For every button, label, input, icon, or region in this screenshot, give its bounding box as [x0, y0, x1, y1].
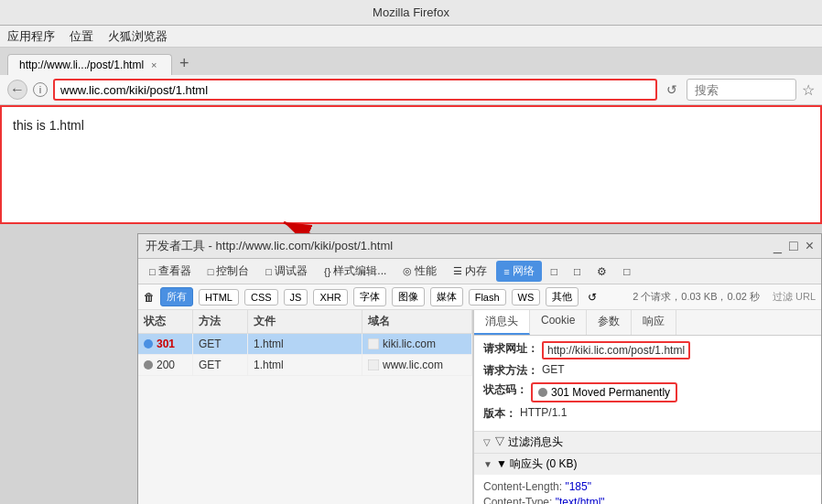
title-bar: Mozilla Firefox — [0, 0, 822, 26]
detail-tabs: 消息头 Cookie 参数 响应 — [474, 310, 821, 336]
inspector-icon: □ — [149, 266, 156, 277]
cell-status-200: 200 — [138, 355, 193, 375]
version-row: 版本： HTTP/1.1 — [483, 406, 812, 422]
response-expand-arrow: ▼ — [483, 459, 492, 469]
tab-network-label: 网络 — [513, 263, 535, 279]
table-headers: 状态 方法 文件 域名 — [138, 310, 472, 334]
filter-font[interactable]: 字体 — [353, 287, 386, 306]
cell-method-200: GET — [193, 355, 248, 375]
filter-refresh[interactable]: ↺ — [588, 291, 597, 304]
tab-debugger[interactable]: □ 调试器 — [258, 261, 315, 282]
table-row[interactable]: 200 GET 1.html www.lic.com — [138, 355, 472, 376]
devtools-title: 开发者工具 - http://www.lic.com/kiki/post/1.h… — [146, 238, 393, 254]
response-headers-content: Content-Length: "185" Content-Type: "tex… — [474, 475, 821, 504]
tab-inspector[interactable]: □ 查看器 — [142, 261, 199, 282]
status-indicator — [144, 360, 153, 370]
trash-button[interactable]: 🗑 — [144, 291, 155, 304]
status-code-box: 301 Moved Permanently — [531, 382, 677, 402]
filter-all[interactable]: 所有 — [160, 287, 193, 306]
svg-rect-2 — [368, 338, 379, 349]
console-icon: □ — [208, 266, 214, 277]
tab-extra1[interactable]: □ — [544, 263, 565, 281]
detail-tab-params[interactable]: 参数 — [587, 310, 632, 335]
header-status: 状态 — [138, 310, 193, 333]
menu-apps[interactable]: 应用程序 — [7, 28, 55, 45]
filter-header-section[interactable]: ▽ ▽ 过滤消息头 — [474, 431, 821, 453]
tab-settings[interactable]: ⚙ — [589, 263, 614, 281]
header-file: 文件 — [248, 310, 362, 333]
tab-console-label: 控制台 — [216, 263, 249, 279]
resp-key-1: Content-Type: — [483, 496, 552, 504]
filter-html[interactable]: HTML — [199, 289, 239, 306]
filter-media[interactable]: 媒体 — [430, 287, 463, 306]
status-code-row: 状态码： 301 Moved Permanently — [483, 382, 812, 402]
domain-favicon — [368, 359, 379, 370]
search-input[interactable] — [687, 79, 796, 101]
devtools-maximize[interactable]: □ — [789, 238, 798, 254]
tab-performance[interactable]: ◎ 性能 — [395, 261, 444, 282]
debugger-icon: □ — [265, 266, 272, 277]
tab-memory[interactable]: ☰ 内存 — [446, 261, 494, 282]
detail-tab-response[interactable]: 响应 — [632, 310, 676, 335]
status-value: 301 — [157, 338, 175, 350]
resp-row-0: Content-Length: "185" — [483, 480, 812, 493]
version-label: 版本： — [483, 406, 516, 422]
cell-domain-200: www.lic.com — [362, 355, 472, 375]
filter-bar: 🗑 所有 HTML CSS JS XHR 字体 图像 媒体 Flash WS 其… — [138, 284, 821, 310]
bookmark-button[interactable]: ☆ — [802, 81, 815, 99]
filter-ws[interactable]: WS — [512, 289, 541, 306]
request-method-label: 请求方法： — [483, 363, 538, 379]
tab-inspector-label: 查看器 — [158, 263, 191, 279]
table-row[interactable]: 301 GET 1.html kiki.lic.com — [138, 334, 472, 355]
cell-domain-301: kiki.lic.com — [362, 334, 472, 354]
browser-tab[interactable]: http://www.li.../post/1.html × — [7, 54, 172, 75]
devtools-titlebar: 开发者工具 - http://www.lic.com/kiki/post/1.h… — [138, 234, 821, 259]
tab-label: http://www.li.../post/1.html — [19, 59, 144, 71]
tab-extra3[interactable]: □ — [616, 263, 637, 281]
new-tab-button[interactable]: + — [179, 55, 189, 75]
url-input[interactable] — [53, 79, 657, 101]
tab-network[interactable]: ≡ 网络 — [496, 261, 541, 282]
detail-tab-headers[interactable]: 消息头 — [474, 310, 530, 335]
info-icon[interactable]: i — [33, 82, 48, 97]
tab-debugger-label: 调试器 — [275, 263, 308, 279]
detail-panel: 消息头 Cookie 参数 响应 请求网址： http://kiki.lic.c… — [473, 310, 821, 504]
spacer — [0, 224, 822, 233]
refresh-button[interactable]: ↺ — [663, 80, 681, 99]
window-title: Mozilla Firefox — [373, 5, 449, 19]
url-bar: ← i ↺ ☆ — [0, 75, 822, 105]
devtools-close[interactable]: × — [806, 238, 814, 254]
resp-val-1: "text/html" — [556, 496, 605, 504]
memory-icon: ☰ — [453, 265, 462, 277]
cell-method-301: GET — [193, 334, 248, 354]
response-header-section[interactable]: ▼ ▼ 响应头 (0 KB) — [474, 453, 821, 475]
cell-status-301: 301 — [138, 334, 193, 354]
detail-tab-cookies[interactable]: Cookie — [530, 310, 587, 335]
filter-js[interactable]: JS — [284, 289, 308, 306]
devtools-tabs: □ 查看器 □ 控制台 □ 调试器 {} 样式编辑... ◎ 性能 ☰ 内存 ≡… — [138, 259, 821, 284]
menu-location[interactable]: 位置 — [70, 28, 93, 45]
devtools-minimize[interactable]: _ — [773, 238, 782, 254]
perf-icon: ◎ — [403, 265, 412, 277]
tab-console[interactable]: □ 控制台 — [200, 261, 257, 282]
filter-flash[interactable]: Flash — [469, 289, 506, 306]
cell-file-200: 1.html — [248, 355, 362, 375]
response-header-label: ▼ 响应头 (0 KB) — [496, 456, 578, 472]
filter-image[interactable]: 图像 — [392, 287, 425, 306]
menu-firefox[interactable]: 火狐浏览器 — [108, 28, 168, 45]
tab-memory-label: 内存 — [465, 263, 487, 279]
tab-style-editor[interactable]: {} 样式编辑... — [317, 261, 394, 282]
header-domain: 域名 — [362, 310, 472, 333]
filter-css[interactable]: CSS — [244, 289, 278, 306]
devtools-controls: _ □ × — [773, 238, 814, 254]
filter-expand-arrow: ▽ — [483, 437, 491, 447]
request-method-value: GET — [542, 363, 565, 379]
tab-close-button[interactable]: × — [151, 59, 157, 70]
back-button[interactable]: ← — [7, 80, 27, 100]
resp-val-0: "185" — [565, 480, 591, 493]
filter-other[interactable]: 其他 — [546, 287, 579, 306]
filter-xhr[interactable]: XHR — [313, 289, 347, 306]
tab-perf-label: 性能 — [415, 263, 437, 279]
cell-file-301: 1.html — [248, 334, 362, 354]
tab-extra2[interactable]: □ — [567, 263, 588, 281]
